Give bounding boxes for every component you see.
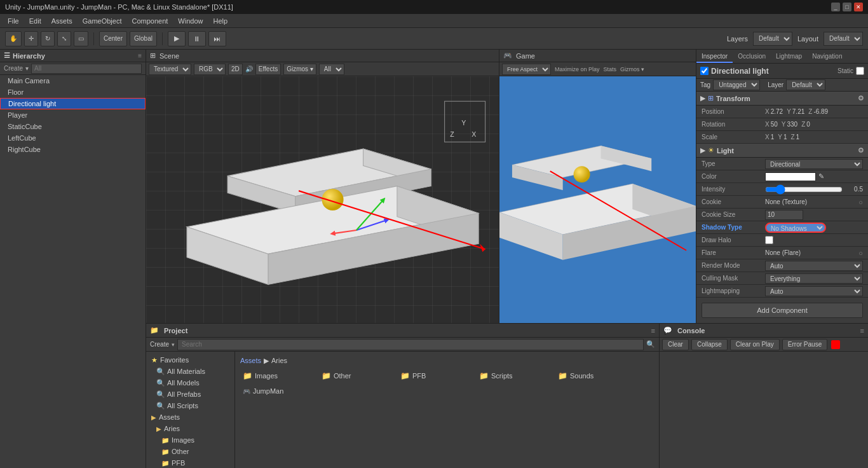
- scene-icon: ⊞: [150, 52, 156, 60]
- render-mode-label: Render Mode: [702, 262, 765, 269]
- pos-x-label: X 2.72: [765, 108, 783, 115]
- console-collapse-btn[interactable]: Collapse: [691, 339, 728, 350]
- close-button[interactable]: ✕: [854, 3, 863, 11]
- menu-gameobject[interactable]: GameObject: [78, 16, 127, 26]
- console-clear-on-play-btn[interactable]: Clear on Play: [730, 339, 780, 350]
- add-component-button[interactable]: Add Component: [702, 303, 863, 318]
- asset-pfb[interactable]: 📁 PFB: [398, 369, 474, 382]
- scene-rgb-select[interactable]: RGB: [194, 64, 226, 75]
- console-clear-btn[interactable]: Clear: [662, 339, 689, 350]
- asset-scripts[interactable]: 📁 Scripts: [477, 369, 553, 382]
- cookie-size-input[interactable]: [765, 210, 803, 220]
- tab-inspector[interactable]: Inspector: [696, 51, 733, 63]
- center-button[interactable]: Center: [99, 31, 127, 46]
- favorites-header[interactable]: ★ Favorites: [146, 354, 234, 366]
- tab-lightmap[interactable]: Lightmap: [771, 51, 807, 63]
- lightmapping-select[interactable]: Auto: [765, 286, 863, 296]
- asset-images[interactable]: 📁 Images: [240, 369, 316, 382]
- menu-edit[interactable]: Edit: [24, 16, 46, 26]
- all-materials-item[interactable]: 🔍 All Materials: [146, 366, 234, 377]
- hierarchy-item-left-cube[interactable]: LeftCube: [0, 132, 146, 144]
- tab-navigation[interactable]: Navigation: [807, 51, 847, 63]
- menu-component[interactable]: Component: [126, 16, 173, 26]
- asset-jumpman[interactable]: 🎮 JumpMan: [240, 385, 316, 397]
- layers-label: Layers: [727, 35, 748, 43]
- menu-window[interactable]: Window: [173, 16, 208, 26]
- static-checkbox[interactable]: [856, 67, 864, 75]
- draw-halo-value: [765, 236, 863, 244]
- scene-2d-btn[interactable]: 2D: [228, 64, 243, 75]
- asset-other[interactable]: 📁 Other: [319, 369, 395, 382]
- transform-settings-icon[interactable]: ⚙: [858, 94, 864, 102]
- hierarchy-item-right-cube[interactable]: RightCube: [0, 144, 146, 155]
- scale-tool[interactable]: ⤡: [57, 31, 71, 46]
- hierarchy-item-player[interactable]: Player: [0, 109, 146, 121]
- hierarchy-search[interactable]: [31, 64, 142, 74]
- scene-effects-btn[interactable]: Effects: [255, 64, 281, 75]
- hierarchy-item-floor[interactable]: Floor: [0, 86, 146, 98]
- pfb-tree-item[interactable]: 📁 PFB: [146, 457, 234, 468]
- pause-button[interactable]: ⏸: [188, 31, 206, 46]
- intensity-slider[interactable]: [765, 186, 843, 193]
- color-swatch[interactable]: [765, 172, 816, 181]
- global-button[interactable]: Global: [130, 31, 157, 46]
- rect-tool[interactable]: ▭: [74, 31, 88, 46]
- console-error-pause-btn[interactable]: Error Pause: [782, 339, 827, 350]
- flare-pick-icon[interactable]: ○: [858, 249, 863, 257]
- transform-component-header[interactable]: ▶ ⊞ Transform ⚙: [696, 92, 868, 106]
- hierarchy-item-main-camera[interactable]: Main Camera: [0, 75, 146, 86]
- scene-layers-select[interactable]: All: [319, 64, 344, 75]
- breadcrumb-aries[interactable]: Aries: [271, 357, 287, 364]
- aries-item[interactable]: ▶ Aries: [146, 423, 234, 434]
- breadcrumb-assets[interactable]: Assets: [240, 357, 261, 364]
- maximize-button[interactable]: □: [843, 3, 851, 11]
- light-component-header[interactable]: ▶ ☀ Light ⚙: [696, 144, 868, 158]
- scene-canvas[interactable]: Y X Z: [146, 76, 499, 323]
- scene-gizmos-btn[interactable]: Gizmos ▾: [283, 64, 316, 75]
- hierarchy-create-btn[interactable]: Create: [4, 65, 23, 72]
- other-tree-item[interactable]: 📁 Other: [146, 446, 234, 457]
- menu-file[interactable]: File: [3, 16, 24, 26]
- menu-help[interactable]: Help: [208, 16, 233, 26]
- hand-tool[interactable]: ✋: [5, 31, 22, 46]
- minimize-button[interactable]: _: [831, 3, 840, 11]
- menu-assets[interactable]: Assets: [46, 16, 78, 26]
- light-checkbox[interactable]: ☀: [708, 146, 714, 155]
- game-aspect-select[interactable]: Free Aspect: [502, 64, 551, 75]
- project-create-btn[interactable]: Create: [150, 341, 169, 348]
- render-mode-select[interactable]: Auto: [765, 261, 863, 271]
- type-select[interactable]: Directional: [765, 159, 863, 169]
- project-search-input[interactable]: [177, 339, 644, 350]
- layer-select[interactable]: Default: [786, 79, 825, 90]
- all-prefabs-item[interactable]: 🔍 All Prefabs: [146, 389, 234, 400]
- gizmos-btn[interactable]: Gizmos ▾: [620, 66, 644, 72]
- color-edit-icon[interactable]: ✎: [818, 172, 824, 181]
- hierarchy-menu-icon[interactable]: ≡: [138, 52, 142, 59]
- all-scripts-item[interactable]: 🔍 All Scripts: [146, 400, 234, 411]
- move-tool[interactable]: ✛: [24, 31, 38, 46]
- tab-occlusion[interactable]: Occlusion: [733, 51, 771, 63]
- asset-sounds[interactable]: 📁 Sounds: [555, 369, 632, 382]
- light-settings-icon[interactable]: ⚙: [858, 146, 864, 155]
- scene-shading-select[interactable]: Textured: [149, 64, 191, 75]
- cookie-pick-icon[interactable]: ○: [858, 198, 863, 206]
- culling-mask-select[interactable]: Everything: [765, 273, 863, 284]
- console-menu-icon[interactable]: ≡: [860, 327, 864, 334]
- hierarchy-item-static-cube[interactable]: StaticCube: [0, 121, 146, 132]
- project-menu-icon[interactable]: ≡: [651, 327, 655, 334]
- draw-halo-checkbox[interactable]: [765, 236, 773, 244]
- assets-root-item[interactable]: ▶ Assets: [146, 411, 234, 423]
- stats-btn[interactable]: Stats: [604, 66, 617, 72]
- layers-select[interactable]: Default: [753, 32, 792, 46]
- color-value: ✎: [765, 172, 863, 181]
- hierarchy-item-directional-light[interactable]: Directional light: [0, 98, 146, 109]
- step-button[interactable]: ⏭: [208, 31, 226, 46]
- shadow-type-select[interactable]: No Shadows Hard Shadows Soft Shadows: [765, 223, 826, 233]
- images-tree-item[interactable]: 📁 Images: [146, 434, 234, 446]
- play-button[interactable]: ▶: [168, 31, 186, 46]
- object-enabled-checkbox[interactable]: [700, 67, 709, 75]
- tag-select[interactable]: Untagged: [713, 79, 760, 90]
- layout-select[interactable]: Default: [824, 32, 863, 46]
- rotate-tool[interactable]: ↻: [41, 31, 55, 46]
- all-models-item[interactable]: 🔍 All Models: [146, 377, 234, 389]
